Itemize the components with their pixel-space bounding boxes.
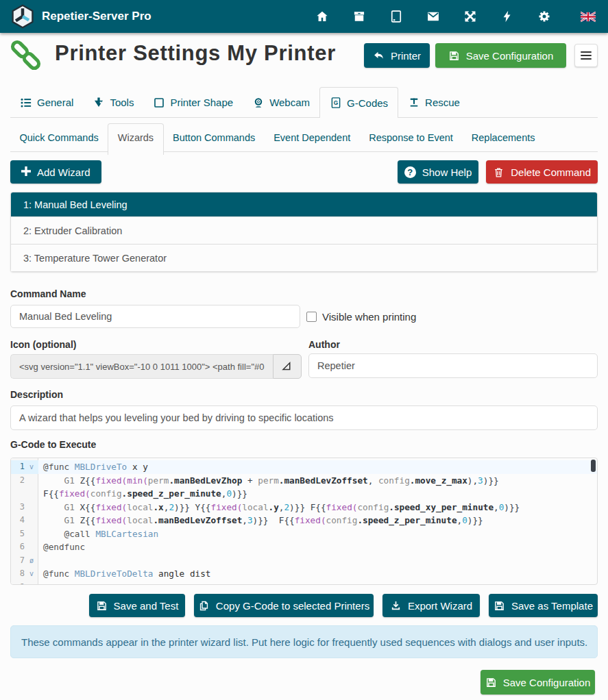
show-help-button[interactable]: ? Show Help: [398, 160, 479, 184]
wizard-list: 1: Manual Bed Leveling2: Extruder Calibr…: [10, 192, 598, 272]
subtab-wizards[interactable]: Wizards: [108, 123, 163, 155]
subtab-quick-commands[interactable]: Quick Commands: [10, 123, 108, 152]
tab-label: General: [37, 97, 73, 108]
icon-input-group: <svg version="1.1" viewBox="-10 0 1011 1…: [10, 354, 302, 379]
visible-when-printing-checkbox[interactable]: [306, 312, 317, 322]
subtab-replacements[interactable]: Replacements: [462, 123, 544, 152]
code-text: G1 Z{{fixed(min(perm.manBedLevZhop + per…: [38, 474, 499, 488]
printer-button[interactable]: Printer: [364, 43, 430, 68]
description-label: Description: [10, 389, 63, 400]
line-number: [11, 487, 25, 501]
icon-optional-label: Icon (optional): [10, 339, 76, 350]
main-tabs: GeneralToolsPrinter ShapeWebcamGG-CodesR…: [10, 87, 598, 118]
bevel-icon: [281, 360, 293, 373]
fold-marker[interactable]: v: [25, 567, 38, 581]
tab-general[interactable]: General: [10, 87, 83, 118]
show-help-label: Show Help: [422, 166, 472, 178]
action-label: Save and Test: [114, 600, 179, 612]
tab-g-codes[interactable]: GG-Codes: [319, 87, 398, 118]
info-alert: These commands appear in the printer wiz…: [10, 625, 598, 658]
code-line-6: 6@endfunc: [11, 540, 597, 554]
line-number: 9: [11, 581, 25, 586]
repetier-logo-icon: [10, 4, 35, 29]
line-number: 7: [11, 554, 25, 568]
action-label: Save as Template: [511, 600, 593, 612]
action-label: Export Wizard: [408, 600, 472, 612]
print-server-icon[interactable]: [352, 9, 367, 24]
line-number: 4: [11, 514, 25, 527]
description-input[interactable]: A wizard that helps you leveling your be…: [10, 405, 598, 430]
gcode-to-execute-label: G-Code to Execute: [10, 439, 96, 450]
line-number: 8: [11, 567, 25, 581]
gfile-icon: G: [330, 97, 342, 109]
action-label: Copy G-Code to selected Printers: [216, 600, 369, 612]
code-text: @func MBLDriveToDelta angle dist: [38, 567, 210, 581]
code-text: F{{fixed(config.speed_z_per_minute,0)}}: [38, 487, 247, 501]
expand-arrows-icon[interactable]: [463, 9, 478, 24]
copy-g-code-to-selected-printers-button[interactable]: Copy G-Code to selected Printers: [194, 594, 374, 617]
icon-edit-button[interactable]: [273, 354, 302, 379]
icon-svg-input[interactable]: <svg version="1.1" viewBox="-10 0 1011 1…: [10, 354, 273, 379]
add-wizard-label: Add Wizard: [37, 166, 90, 178]
tab-label: G-Codes: [347, 97, 388, 109]
command-name-label: Command Name: [10, 288, 86, 299]
code-line-1: 1v@func MBLDriveTo x y: [11, 460, 597, 474]
tab-label: Rescue: [425, 97, 460, 108]
menu-button[interactable]: [574, 44, 598, 67]
flag-uk-icon[interactable]: [581, 9, 596, 24]
tab-printer-shape[interactable]: Printer Shape: [143, 87, 243, 118]
fold-marker[interactable]: v: [25, 460, 38, 474]
hamburger-icon: [581, 49, 592, 62]
editor-scrollbar[interactable]: [591, 460, 596, 472]
save-configuration-label: Save Configuration: [466, 50, 554, 62]
code-line-2: 2 G1 Z{{fixed(min(perm.manBedLevZhop + p…: [11, 474, 597, 488]
author-input[interactable]: Repetier: [308, 353, 598, 378]
code-line-8: 8v@func MBLDriveToDelta angle dist: [11, 567, 597, 581]
visible-when-printing-label: Visible when printing: [322, 311, 416, 323]
fold-marker: [25, 540, 38, 554]
floppy-icon: [96, 600, 108, 612]
mail-icon[interactable]: [426, 9, 441, 24]
fold-marker: [25, 501, 38, 514]
fold-marker: [25, 487, 38, 501]
save-icon: [448, 50, 460, 62]
add-wizard-button[interactable]: Add Wizard: [10, 160, 101, 184]
export-wizard-button[interactable]: Export Wizard: [382, 594, 480, 617]
page-title: Printer Settings My Printer: [55, 41, 336, 66]
home-icon[interactable]: [315, 9, 330, 24]
code-text: G1 Z{{fixed(min(perm.manBedLevDeltaZhop …: [38, 581, 551, 586]
save-and-test-button[interactable]: Save and Test: [89, 594, 185, 617]
tablet-icon[interactable]: [389, 9, 404, 24]
svg-text:G: G: [334, 100, 338, 106]
tab-tools[interactable]: Tools: [83, 87, 143, 118]
plus-icon: [21, 166, 31, 176]
trash-icon: [493, 166, 504, 178]
save-configuration-button-top[interactable]: Save Configuration: [435, 43, 566, 68]
wizard-list-item-2[interactable]: 2: Extruder Calibration: [11, 216, 597, 244]
bolt-icon[interactable]: [500, 9, 515, 24]
subtab-response-to-event[interactable]: Response to Event: [360, 123, 463, 152]
command-name-input[interactable]: Manual Bed Leveling: [10, 305, 300, 328]
tool-icon: [93, 97, 105, 109]
tab-rescue[interactable]: Rescue: [398, 87, 470, 118]
copy-icon: [198, 600, 210, 612]
fold-marker: [25, 581, 38, 586]
line-number: 2: [11, 474, 25, 488]
gcode-editor[interactable]: 1v@func MBLDriveTo x y2 G1 Z{{fixed(min(…: [10, 458, 598, 585]
delete-command-label: Delete Command: [511, 166, 591, 178]
subtab-event-dependent[interactable]: Event Dependent: [265, 123, 360, 152]
wizard-list-item-1[interactable]: 1: Manual Bed Leveling: [11, 192, 597, 216]
code-text: G1 X{{fixed(local.x,2)}} Y{{fixed(local.…: [38, 501, 520, 514]
fold-marker: [25, 527, 38, 541]
brand[interactable]: Repetier-Server Pro: [10, 4, 151, 29]
save-as-template-button[interactable]: Save as Template: [489, 594, 598, 617]
wizard-list-item-3[interactable]: 3: Temperature Tower Generator: [11, 244, 597, 271]
tab-webcam[interactable]: Webcam: [243, 87, 319, 118]
delete-command-button[interactable]: Delete Command: [486, 160, 598, 184]
gear-icon[interactable]: [537, 9, 552, 24]
code-line-5: 5 @call MBLCartesian: [11, 527, 597, 541]
subtab-button-commands[interactable]: Button Commands: [164, 123, 265, 152]
code-text: [38, 554, 43, 568]
save-configuration-button-bottom[interactable]: Save Configuration: [481, 670, 595, 695]
code-text: @func MBLDriveTo x y: [38, 460, 148, 474]
